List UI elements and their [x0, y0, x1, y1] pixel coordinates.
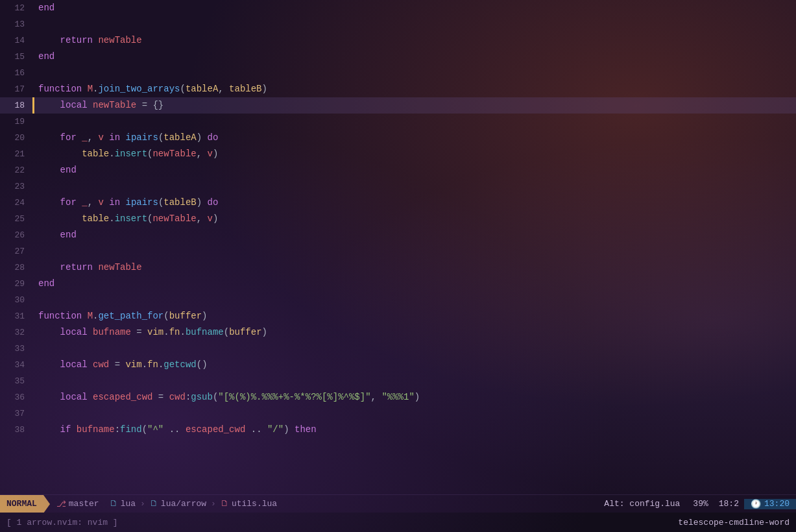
- table-row: 36 local escaped_cwd = cwd:gsub("[%(%)%.…: [0, 389, 796, 405]
- mode-arrow: [43, 495, 50, 513]
- table-row: 37: [0, 405, 796, 422]
- table-row: 20 for _, v in ipairs(tableA) do: [0, 130, 796, 146]
- line-content: end: [36, 49, 796, 65]
- table-row: 24 for _, v in ipairs(tableB) do: [0, 195, 796, 211]
- line-number: 25: [0, 211, 32, 227]
- line-number: 37: [0, 405, 32, 422]
- line-number: 13: [0, 16, 32, 32]
- line-number: 15: [0, 49, 32, 65]
- line-number: 38: [0, 422, 32, 438]
- line-number: 24: [0, 195, 32, 211]
- line-number: 20: [0, 130, 32, 146]
- mode-indicator: NORMAL: [0, 495, 43, 513]
- line-number: 23: [0, 178, 32, 195]
- tmux-session: [ 1 arrow.nvim: nvim ]: [6, 518, 118, 527]
- line-number: 28: [0, 260, 32, 276]
- table-row: 28 return newTable: [0, 260, 796, 276]
- table-row: 32 local bufname = vim.fn.bufname(buffer…: [0, 324, 796, 341]
- line-number: 26: [0, 227, 32, 243]
- line-content: [36, 405, 796, 422]
- line-content: table.insert(newTable, v): [36, 211, 796, 227]
- table-row: 18 local newTable = {}: [0, 97, 796, 114]
- status-bar: NORMAL ⎇ master 🗋 lua › 🗋 lua/arrow › 🗋 …: [0, 494, 796, 513]
- table-row: 14 return newTable: [0, 32, 796, 49]
- time-value: 13:20: [764, 499, 790, 509]
- line-number: 19: [0, 114, 32, 130]
- file-part1: lua: [121, 499, 136, 509]
- line-content: if bufname:find("^" .. escaped_cwd .. "/…: [36, 422, 796, 438]
- line-number: 36: [0, 389, 32, 405]
- table-row: 30: [0, 292, 796, 308]
- table-row: 27: [0, 243, 796, 260]
- git-branch: ⎇ master: [50, 499, 106, 509]
- table-row: 35: [0, 373, 796, 389]
- table-row: 33: [0, 341, 796, 357]
- line-content: [36, 65, 796, 81]
- line-content: function M.get_path_for(buffer): [36, 308, 796, 324]
- line-number: 12: [0, 0, 32, 16]
- table-row: 31 function M.get_path_for(buffer): [0, 308, 796, 324]
- line-content: local cwd = vim.fn.getcwd(): [36, 357, 796, 373]
- line-number: 18: [0, 97, 32, 114]
- line-number: 14: [0, 32, 32, 49]
- line-number: 22: [0, 162, 32, 178]
- line-content: [36, 341, 796, 357]
- line-number: 32: [0, 324, 32, 341]
- line-content: [36, 243, 796, 260]
- file-icon3: 🗋: [221, 499, 229, 509]
- line-number: 31: [0, 308, 32, 324]
- file-icon: 🗋: [110, 499, 118, 509]
- line-number: 35: [0, 373, 32, 389]
- table-row: 29 end: [0, 276, 796, 292]
- bottom-bar: [ 1 arrow.nvim: nvim ] telescope-cmdline…: [0, 513, 796, 532]
- breadcrumb-sep1: ›: [140, 499, 145, 509]
- line-number: 21: [0, 146, 32, 162]
- line-content: function M.join_two_arrays(tableA, table…: [36, 81, 796, 97]
- table-row: 26 end: [0, 227, 796, 243]
- file-part3: utils.lua: [232, 499, 277, 509]
- line-content: local newTable = {}: [36, 97, 796, 114]
- editor-container: 12 end 13 14 return newTable 15 end 16: [0, 0, 796, 532]
- line-number: 34: [0, 357, 32, 373]
- line-number: 29: [0, 276, 32, 292]
- branch-name: master: [69, 499, 99, 509]
- line-number: 17: [0, 81, 32, 97]
- git-icon: ⎇: [56, 499, 66, 509]
- line-content: for _, v in ipairs(tableA) do: [36, 130, 796, 146]
- file-path: 🗋 lua › 🗋 lua/arrow › 🗋 utils.lua: [106, 499, 281, 509]
- breadcrumb-sep2: ›: [211, 499, 216, 509]
- line-content: [36, 292, 796, 308]
- file-icon2: 🗋: [150, 499, 158, 509]
- line-content: table.insert(newTable, v): [36, 146, 796, 162]
- line-content: [36, 16, 796, 32]
- mode-label: NORMAL: [6, 499, 37, 509]
- code-area[interactable]: 12 end 13 14 return newTable 15 end 16: [0, 0, 796, 494]
- table-row: 12 end: [0, 0, 796, 16]
- table-row: 15 end: [0, 49, 796, 65]
- line-content: local bufname = vim.fn.bufname(buffer): [36, 324, 796, 341]
- line-number: 33: [0, 341, 32, 357]
- table-row: 25 table.insert(newTable, v): [0, 211, 796, 227]
- file-part2: lua/arrow: [161, 499, 206, 509]
- line-content: [36, 373, 796, 389]
- line-content: return newTable: [36, 32, 796, 49]
- table-row: 21 table.insert(newTable, v): [0, 146, 796, 162]
- plugin-name: telescope-cmdline-word: [678, 518, 790, 527]
- line-number: 30: [0, 292, 32, 308]
- table-row: 22 end: [0, 162, 796, 178]
- line-content: end: [36, 162, 796, 178]
- scroll-percent: 39%: [688, 499, 713, 509]
- line-content: [36, 114, 796, 130]
- line-content: end: [36, 276, 796, 292]
- line-content: return newTable: [36, 260, 796, 276]
- line-content: [36, 178, 796, 195]
- line-content: local escaped_cwd = cwd:gsub("[%(%)%.%%%…: [36, 389, 796, 405]
- alt-file: Alt: config.lua: [596, 499, 688, 509]
- line-content: for _, v in ipairs(tableB) do: [36, 195, 796, 211]
- table-row: 23: [0, 178, 796, 195]
- table-row: 19: [0, 114, 796, 130]
- line-content: end: [36, 0, 796, 16]
- line-number: 16: [0, 65, 32, 81]
- line-content: end: [36, 227, 796, 243]
- table-row: 16: [0, 65, 796, 81]
